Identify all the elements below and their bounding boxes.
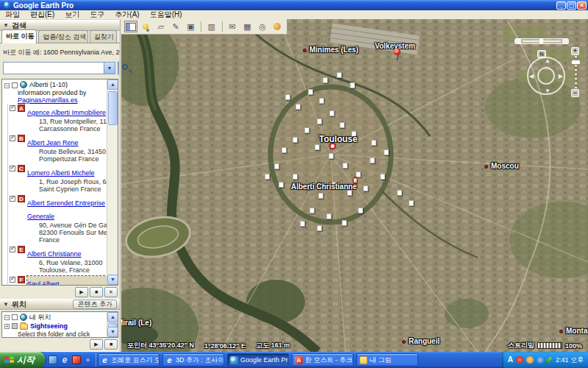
result-link[interactable]: Lomero Alberti Michele	[27, 169, 95, 177]
scroll-up-icon[interactable]: ▲	[107, 312, 118, 322]
places-scrollbar[interactable]: ▲ ▼	[107, 312, 118, 337]
map-label: Alberti Christianne	[291, 183, 356, 191]
navigation-joystick[interactable]	[537, 67, 555, 85]
building-icon	[380, 174, 385, 180]
menu-item-1[interactable]: 편집(E)	[25, 10, 60, 20]
stop-tour-button[interactable]: ■	[104, 339, 118, 350]
expander-icon[interactable]: −	[4, 315, 10, 320]
path-icon[interactable]: ✎	[169, 21, 182, 32]
result-address: Route Bellevue, 31450 Pompertuzat France	[27, 148, 107, 163]
placemark-pushpin-icon[interactable]	[394, 49, 401, 60]
building-icon	[304, 127, 309, 133]
placemark-icon[interactable]	[140, 21, 152, 32]
result-link[interactable]: Alberti Christianne	[27, 250, 82, 258]
navigation-ring[interactable]: ▲ ▼ ◀ ▶	[527, 57, 565, 95]
places-panel-header[interactable]: ▼ 위치 콘텐츠 추가	[0, 299, 120, 310]
place-name[interactable]: 내 위치	[29, 314, 51, 321]
search-result-pin[interactable]: E	[353, 172, 362, 185]
menu-item-4[interactable]: 추가(A)	[110, 10, 144, 20]
tray-update-icon[interactable]	[537, 356, 544, 364]
result-checkbox[interactable]	[10, 247, 15, 252]
result-checkbox[interactable]	[10, 277, 15, 283]
expander-icon[interactable]: −	[4, 83, 10, 88]
results-scrollbar[interactable]: ▲ ▼	[107, 79, 118, 285]
pointer-lon: 1°28'06.12" E	[204, 342, 245, 350]
tab-0[interactable]: 바로 이동	[1, 29, 37, 43]
sidebar-icon[interactable]	[124, 21, 137, 32]
close-button[interactable]: ✕	[577, 1, 587, 10]
ruler-icon[interactable]: ▥	[205, 21, 218, 32]
result-checkbox[interactable]	[10, 105, 15, 111]
place-checkbox[interactable]	[12, 314, 18, 320]
zoom-in-button[interactable]: +	[571, 47, 579, 55]
scroll-up-icon[interactable]: ▲	[107, 79, 118, 90]
place-name[interactable]: Sightseeing	[30, 322, 68, 330]
result-link[interactable]: Albert Jean Rene	[27, 139, 79, 146]
results-checkbox[interactable]	[12, 82, 18, 88]
tilt-slider[interactable]	[514, 38, 569, 44]
expander-icon[interactable]: +	[4, 324, 10, 329]
building-icon	[337, 72, 342, 78]
tilt-right-button[interactable]	[562, 38, 568, 44]
maximize-button[interactable]: ▢	[567, 1, 576, 10]
result-link[interactable]: Agence Alberti Immobiliere	[27, 109, 106, 116]
task-button-4[interactable]: 내 그림	[356, 353, 418, 367]
show-desktop-icon[interactable]	[49, 355, 57, 364]
ime-indicator[interactable]: A	[508, 356, 513, 364]
clear-results-button[interactable]: ✕	[104, 287, 118, 297]
menu-item-0[interactable]: 파일	[0, 10, 25, 20]
tab-2[interactable]: 길찾기	[90, 30, 117, 43]
polygon-icon[interactable]: ▱	[154, 21, 167, 32]
language-pen-icon[interactable]	[545, 356, 553, 364]
map-label: Minimes (Les)	[309, 46, 359, 54]
scroll-down-icon[interactable]: ▼	[107, 327, 118, 337]
flyto-combo[interactable]: ▼	[3, 62, 115, 74]
scrollbar-thumb[interactable]	[108, 91, 118, 125]
start-button[interactable]: 시작	[0, 352, 45, 368]
provider-link[interactable]: PaginasAmarillas.es	[4, 96, 107, 104]
tilt-thumb[interactable]	[539, 38, 543, 44]
tray-orange-icon[interactable]	[526, 356, 534, 364]
acrobat-icon[interactable]	[72, 355, 81, 364]
play-tour-button[interactable]: ▶	[90, 339, 103, 350]
task-button-1[interactable]: e3D 추가 : 조사아...	[162, 353, 224, 367]
result-link[interactable]: Saul Albert	[27, 280, 60, 285]
result-letter-icon: D	[18, 195, 25, 202]
google-maps-icon[interactable]: ◎	[256, 21, 268, 32]
flyto-input[interactable]	[4, 63, 104, 74]
antivirus-shield-icon[interactable]	[516, 356, 523, 364]
task-button-3[interactable]: A한 모스트 - 추크가...	[292, 353, 354, 367]
result-letter-icon: F	[18, 276, 25, 283]
task-button-2[interactable]: Google Earth Pro...	[227, 353, 289, 367]
task-button-0[interactable]: e조례호 표스기 도스...	[98, 353, 159, 367]
quick-launch-overflow-chevron[interactable]: »	[84, 356, 92, 364]
menu-item-2[interactable]: 보기	[60, 10, 85, 20]
result-checkbox[interactable]	[10, 196, 15, 202]
place-checkbox[interactable]	[12, 323, 18, 329]
result-checkbox[interactable]	[10, 166, 15, 171]
add-content-button[interactable]: 콘텐츠 추가	[73, 300, 117, 309]
sky-icon[interactable]	[271, 21, 284, 32]
tab-1[interactable]: 업종/장소 검색	[38, 30, 87, 43]
tilt-left-button[interactable]	[515, 38, 521, 44]
play-tour-button[interactable]: ▶	[75, 287, 88, 297]
zoom-thumb[interactable]	[572, 60, 580, 64]
stop-tour-button[interactable]: ■	[90, 287, 103, 297]
zoom-out-button[interactable]: −	[571, 89, 579, 97]
result-link[interactable]: Albert Serendet Entreprise Generale	[27, 199, 105, 220]
result-checkbox[interactable]	[10, 135, 15, 141]
scroll-down-icon[interactable]: ▼	[107, 275, 118, 285]
image-overlay-icon[interactable]: ▣	[184, 21, 197, 32]
email-icon[interactable]: ✉	[226, 21, 238, 32]
menu-item-3[interactable]: 도구	[85, 10, 110, 20]
combo-dropdown-arrow[interactable]: ▼	[104, 63, 115, 74]
minimize-button[interactable]: _	[556, 1, 566, 10]
result-letter-icon: C	[18, 165, 25, 172]
menu-item-5[interactable]: 도움말(H)	[145, 10, 187, 20]
building-icon	[323, 77, 328, 83]
search-button[interactable]	[118, 61, 119, 75]
map-view[interactable]: Minimes (Les)VolkeystemToulouseMoscouAlb…	[121, 19, 588, 352]
print-icon[interactable]: ▦	[241, 21, 254, 32]
zoom-slider[interactable]: + −	[571, 47, 580, 97]
internet-explorer-icon[interactable]: e	[60, 355, 69, 364]
